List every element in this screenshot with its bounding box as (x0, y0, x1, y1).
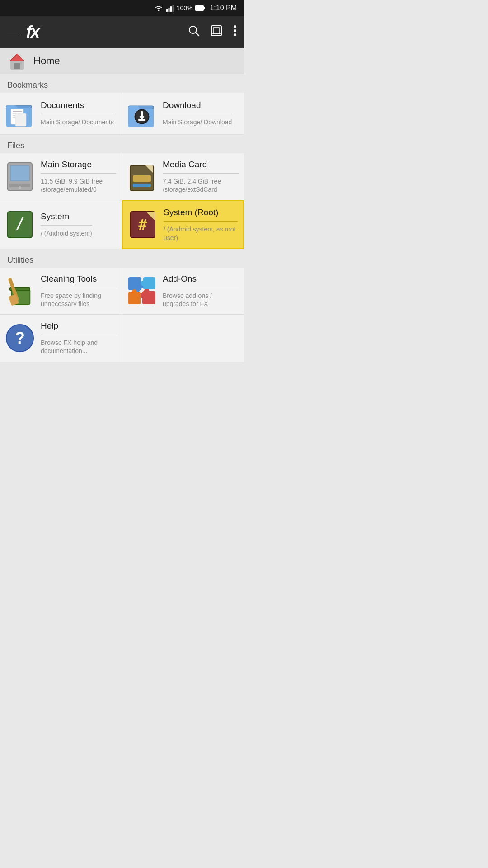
svg-marker-16 (10, 54, 24, 61)
svg-rect-30 (138, 119, 145, 121)
status-icons: 100% 1:10 PM (154, 4, 237, 12)
svg-point-12 (234, 25, 236, 28)
help-icon: ? (5, 324, 34, 353)
documents-subtitle: Main Storage/ Documents (41, 118, 114, 126)
system-root-icon: # (128, 210, 157, 239)
svg-text:?: ? (15, 329, 25, 347)
svg-rect-32 (10, 165, 29, 181)
system-text: System / (Android system) (41, 212, 92, 237)
battery-icon (195, 5, 205, 11)
system-root-subtitle: / (Android system, as root user) (164, 225, 238, 241)
search-icon[interactable] (188, 25, 200, 39)
list-item[interactable]: Cleaning Tools Free space by finding unn… (0, 268, 122, 315)
media-card-subtitle: 7.4 GiB, 2.4 GiB free /storage/extSdCard (163, 177, 239, 193)
svg-rect-5 (196, 6, 204, 11)
utilities-section: Utilities Cleaning Tools Free space (0, 249, 244, 362)
main-storage-text: Main Storage 11.5 GiB, 9.9 GiB free /sto… (41, 160, 116, 193)
system-root-title: System (Root) (164, 208, 238, 217)
home-bar[interactable]: Home (0, 48, 244, 74)
gallery-icon[interactable] (211, 25, 222, 39)
bookmarks-grid: Documents Main Storage/ Documents (0, 93, 244, 135)
addons-text: Add-Ons Browse add-ons / upgrades for FX (163, 274, 239, 308)
media-card-text: Media Card 7.4 GiB, 2.4 GiB free /storag… (163, 160, 239, 193)
addons-title: Add-Ons (163, 274, 239, 284)
list-item[interactable]: Documents Main Storage/ Documents (0, 93, 122, 135)
list-item[interactable]: Download Main Storage/ Download (122, 93, 244, 135)
addons-subtitle: Browse add-ons / upgrades for FX (163, 292, 239, 308)
more-options-icon[interactable] (233, 25, 237, 39)
svg-rect-3 (170, 6, 172, 12)
svg-rect-17 (14, 63, 20, 69)
signal-icon (166, 5, 174, 12)
svg-rect-52 (142, 291, 155, 304)
list-item[interactable]: # System (Root) / (Android system, as ro… (122, 200, 244, 249)
system-icon: / (5, 210, 34, 239)
app-logo: fx (26, 23, 183, 42)
home-icon (7, 51, 27, 71)
files-section: Files Main Storage 11.5 GiB, 9.9 GiB fre… (0, 135, 244, 249)
help-text: Help Browse FX help and documentation... (41, 321, 116, 355)
help-subtitle: Browse FX help and documentation... (41, 339, 116, 355)
svg-text:#: # (138, 216, 147, 233)
cleaning-tools-subtitle: Free space by finding unnecessary files (41, 292, 116, 308)
svg-rect-38 (133, 184, 151, 187)
system-title: System (41, 212, 92, 222)
bookmarks-header: Bookmarks (0, 74, 244, 93)
documents-icon (5, 99, 34, 128)
download-subtitle: Main Storage/ Download (163, 118, 232, 126)
svg-rect-1 (166, 9, 168, 12)
svg-rect-10 (213, 28, 220, 34)
utilities-header: Utilities (0, 249, 244, 268)
system-subtitle: / (Android system) (41, 229, 92, 237)
list-item[interactable]: ? Help Browse FX help and documentation.… (0, 315, 122, 362)
svg-point-0 (158, 10, 159, 11)
download-icon (127, 99, 156, 128)
download-text: Download Main Storage/ Download (163, 100, 232, 126)
cleaning-tools-text: Cleaning Tools Free space by finding unn… (41, 274, 116, 308)
svg-point-34 (19, 186, 21, 189)
clock: 1:10 PM (210, 4, 237, 12)
bottom-spacer (0, 362, 244, 398)
utilities-grid: Cleaning Tools Free space by finding unn… (0, 268, 244, 362)
bookmarks-section: Bookmarks Documents Main Storage/ D (0, 74, 244, 135)
svg-rect-37 (133, 175, 151, 182)
empty-cell (122, 315, 244, 362)
files-grid: Main Storage 11.5 GiB, 9.9 GiB free /sto… (0, 153, 244, 249)
list-item[interactable]: Main Storage 11.5 GiB, 9.9 GiB free /sto… (0, 153, 122, 200)
svg-rect-6 (204, 7, 205, 9)
svg-rect-24 (15, 113, 26, 126)
cleaning-tools-title: Cleaning Tools (41, 274, 116, 284)
media-card-icon (127, 162, 156, 191)
status-bar: 100% 1:10 PM (0, 0, 244, 16)
svg-text:/: / (15, 214, 24, 232)
addons-icon (127, 276, 156, 305)
documents-text: Documents Main Storage/ Documents (41, 100, 114, 126)
system-root-text: System (Root) / (Android system, as root… (164, 208, 238, 241)
svg-point-56 (132, 290, 137, 295)
download-title: Download (163, 100, 232, 110)
help-title: Help (41, 321, 116, 331)
cleaning-tools-icon (5, 276, 34, 305)
svg-rect-4 (172, 5, 174, 12)
list-item[interactable]: / System / (Android system) (0, 200, 122, 249)
hamburger-menu[interactable]: — (7, 26, 19, 38)
media-card-title: Media Card (163, 160, 239, 170)
svg-rect-2 (168, 8, 169, 12)
svg-point-13 (234, 29, 236, 32)
wifi-icon (154, 5, 163, 12)
main-storage-subtitle: 11.5 GiB, 9.9 GiB free /storage/emulated… (41, 177, 116, 193)
svg-point-58 (141, 281, 146, 286)
files-header: Files (0, 135, 244, 153)
svg-point-14 (234, 33, 236, 36)
list-item[interactable]: Media Card 7.4 GiB, 2.4 GiB free /storag… (122, 153, 244, 200)
svg-line-8 (196, 33, 199, 36)
svg-rect-20 (13, 111, 22, 112)
documents-title: Documents (41, 100, 114, 110)
list-item[interactable]: Add-Ons Browse add-ons / upgrades for FX (122, 268, 244, 315)
app-bar: — fx (0, 16, 244, 48)
battery-percentage: 100% (177, 5, 193, 12)
main-storage-title: Main Storage (41, 160, 116, 170)
main-storage-icon (5, 162, 34, 191)
svg-rect-29 (141, 111, 143, 117)
toolbar-icons (188, 25, 237, 39)
